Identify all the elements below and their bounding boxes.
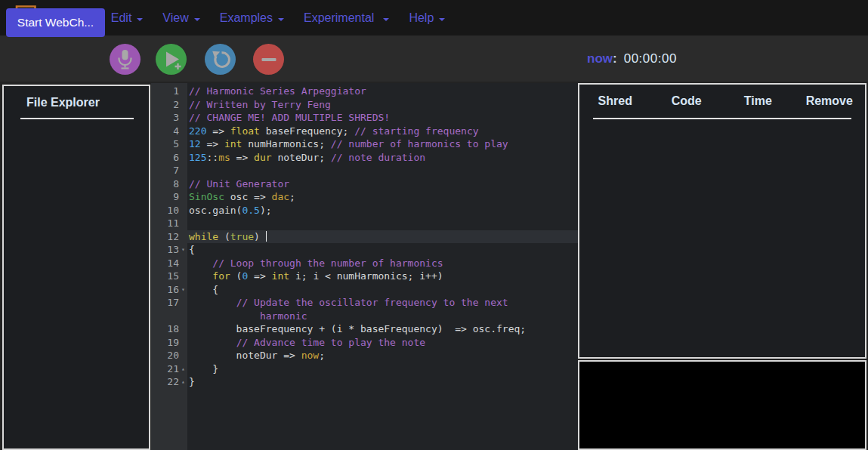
line-number: 15 xyxy=(151,270,187,283)
microphone-icon xyxy=(115,48,135,70)
replay-arrow-icon xyxy=(209,48,232,71)
line-number: 4 xyxy=(151,125,187,138)
line-number: 11 xyxy=(151,217,187,230)
code-editor[interactable]: 1// Harmonic Series Arpeggiator2// Writt… xyxy=(151,83,578,450)
line-number: 12 xyxy=(151,230,187,244)
chevron-down-icon xyxy=(278,18,284,21)
menu-view-label: View xyxy=(162,11,188,25)
chevron-down-icon xyxy=(439,18,445,21)
column-time: Time xyxy=(722,94,794,108)
menu-edit[interactable]: Edit xyxy=(101,11,153,25)
menu-view[interactable]: View xyxy=(153,11,209,25)
code-line: harmonic xyxy=(151,310,578,323)
line-number: 3 xyxy=(151,111,187,125)
line-number: 5 xyxy=(151,137,187,151)
line-number: 19 xyxy=(151,336,187,350)
remove-shred-button[interactable] xyxy=(253,44,284,75)
code-line: 15 for (0 => int i; i < numHarmonics; i+… xyxy=(151,270,578,283)
chevron-down-icon xyxy=(383,18,389,21)
line-number: 18 xyxy=(151,322,187,336)
line-number: 22▴ xyxy=(151,375,187,389)
microphone-button[interactable] xyxy=(110,44,141,75)
line-number: 14 xyxy=(151,257,187,270)
fold-marker-icon[interactable]: ▴ xyxy=(179,375,187,389)
file-explorer-panel: File Explorer xyxy=(2,85,150,450)
line-number: 17 xyxy=(151,296,187,310)
play-add-shred-button[interactable] xyxy=(156,44,187,75)
code-line: 19 // Advance time to play the note xyxy=(151,336,578,350)
line-number: 8 xyxy=(151,177,187,191)
code-line: 6125::ms => dur noteDur; // note duratio… xyxy=(151,151,578,165)
menu-examples-label: Examples xyxy=(220,11,273,25)
now-separator: : xyxy=(613,51,617,66)
code-line: 14 // Loop through the number of harmoni… xyxy=(151,257,578,270)
code-line: 22▴} xyxy=(151,375,578,389)
menu-examples[interactable]: Examples xyxy=(210,11,294,25)
line-number: 6 xyxy=(151,151,187,165)
code-line: 4220 => float baseFrequency; // starting… xyxy=(151,125,578,138)
code-line: 7 xyxy=(151,164,578,177)
fold-marker-icon[interactable]: ▾ xyxy=(179,243,187,257)
code-line: 17 // Update the oscillator frequency to… xyxy=(151,296,578,310)
code-line: 16▾ { xyxy=(151,283,578,297)
code-line: 21▴ } xyxy=(151,362,578,376)
line-number: 21▴ xyxy=(151,362,187,376)
column-remove: Remove xyxy=(794,94,866,108)
shred-table-header: Shred Code Time Remove xyxy=(579,94,865,108)
line-number: 10 xyxy=(151,204,187,217)
column-code: Code xyxy=(651,94,723,108)
shred-table-panel: Shred Code Time Remove xyxy=(578,83,866,359)
replace-shred-button[interactable] xyxy=(205,44,236,75)
menu-bar: File Edit View Examples Experimental Hel… xyxy=(0,0,868,35)
menu-edit-label: Edit xyxy=(111,11,132,25)
code-line: 18 baseFrequency + (i * baseFrequency) =… xyxy=(151,322,578,336)
line-number xyxy=(151,310,187,323)
line-number: 2 xyxy=(151,98,187,112)
now-time-value: 00:00:00 xyxy=(624,51,677,66)
code-lines: 1// Harmonic Series Arpeggiator2// Writt… xyxy=(151,83,578,389)
menu-help-label: Help xyxy=(409,11,434,25)
column-shred: Shred xyxy=(579,94,651,108)
menu-experimental-label: Experimental xyxy=(304,11,374,25)
minus-icon xyxy=(258,49,280,70)
fold-marker-icon[interactable]: ▴ xyxy=(179,362,187,376)
menu-help[interactable]: Help xyxy=(399,11,455,25)
main-menu: File Edit View Examples Experimental Hel… xyxy=(51,11,455,25)
file-explorer-divider xyxy=(20,118,134,119)
chevron-down-icon xyxy=(137,18,143,21)
code-line: 20 noteDur => now; xyxy=(151,349,578,362)
file-explorer-title: File Explorer xyxy=(26,96,149,109)
start-webchuck-button[interactable]: Start WebCh... xyxy=(6,8,105,37)
play-add-icon xyxy=(161,49,182,70)
shred-table-divider xyxy=(593,118,851,119)
text-cursor xyxy=(266,231,267,242)
chuck-time-display: now:00:00:00 xyxy=(587,51,677,66)
line-number: 16▾ xyxy=(151,283,187,297)
line-number: 9 xyxy=(151,190,187,204)
code-line: 3// CHANGE ME! ADD MULTIPLE SHREDS! xyxy=(151,111,578,125)
line-number: 7 xyxy=(151,164,187,177)
code-line: 8// Unit Generator xyxy=(151,177,578,191)
now-label: now xyxy=(587,51,613,66)
code-line: 12while (true) xyxy=(151,230,578,244)
fold-marker-icon[interactable]: ▾ xyxy=(179,283,187,297)
code-line: 512 => int numHarmonics; // number of ha… xyxy=(151,137,578,151)
code-line: 10osc.gain(0.5); xyxy=(151,204,578,217)
menu-experimental[interactable]: Experimental xyxy=(294,11,399,25)
line-number: 13▾ xyxy=(151,243,187,257)
audio-visualizer xyxy=(578,360,866,450)
code-line: 9SinOsc osc => dac; xyxy=(151,190,578,204)
code-line: 11 xyxy=(151,217,578,230)
code-line: 2// Written by Terry Feng xyxy=(151,98,578,112)
line-number: 1 xyxy=(151,85,187,98)
code-line: 13▾{ xyxy=(151,243,578,257)
code-line: 1// Harmonic Series Arpeggiator xyxy=(151,85,578,98)
line-number: 20 xyxy=(151,349,187,362)
chevron-down-icon xyxy=(194,18,200,21)
